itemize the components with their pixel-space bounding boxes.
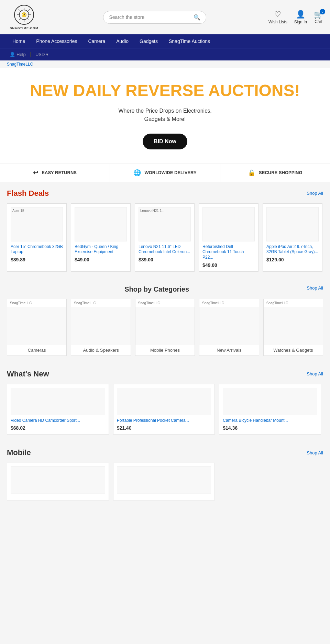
- product-price: $89.89: [11, 257, 63, 262]
- product-image: Acer 15: [11, 207, 63, 241]
- globe-icon: 🌐: [133, 169, 141, 177]
- mobile-product-image: [117, 466, 211, 494]
- cat-name: New Arrivals: [214, 345, 244, 355]
- category-card[interactable]: SnagTimeLLC New Arrivals: [199, 299, 259, 356]
- cat-image: [7, 307, 66, 345]
- svg-line-9: [28, 9, 30, 11]
- breadcrumb-link[interactable]: SnagTimeLLC: [7, 62, 33, 67]
- svg-line-10: [19, 18, 21, 20]
- nav-sub-usd[interactable]: USD ▾: [33, 50, 51, 59]
- product-card[interactable]: Acer 15 Acer 15" Chromebook 32GB Laptop …: [7, 203, 67, 272]
- sign-in-button[interactable]: 👤 Sign In: [294, 10, 307, 24]
- cart-button[interactable]: 🛒 0 Cart: [314, 10, 323, 24]
- product-image: [75, 207, 127, 241]
- mobile-shop-all[interactable]: Shop All: [307, 450, 323, 455]
- product-price: $49.00: [75, 257, 127, 262]
- product-card[interactable]: BedGym - Queen / King Excercise Equipmen…: [71, 203, 131, 272]
- nav-item-camera[interactable]: Camera: [82, 34, 111, 48]
- product-brand: Lenovo N21 1...: [140, 209, 165, 213]
- product-card[interactable]: Refurbished Dell Chromebook 11 Touch P22…: [199, 203, 258, 272]
- cat-image: [135, 307, 195, 345]
- nav-main: Home Phone Accessories Camera Audio Gadg…: [0, 34, 330, 48]
- new-product-card[interactable]: Video Camera HD Camcorder Sport... $68.0…: [7, 384, 109, 435]
- svg-line-8: [28, 18, 30, 20]
- categories-section: Shop by Categories Shop All SnagTimeLLC …: [0, 279, 330, 363]
- secure-shopping-label: SECURE SHOPPING: [259, 170, 302, 175]
- category-card[interactable]: SnagTimeLLC Audio & Speakers: [71, 299, 131, 356]
- header: SNAGTIME.COM 🔍 ♡ Wish Lists 👤 Sign In 🛒 …: [0, 0, 330, 34]
- search-input[interactable]: [109, 14, 194, 20]
- whats-new-shop-all[interactable]: Shop All: [307, 371, 323, 376]
- nav-item-gadgets[interactable]: Gadgets: [134, 34, 163, 48]
- cat-name: Audio & Speakers: [80, 345, 122, 355]
- search-icon: 🔍: [194, 14, 200, 21]
- logo-text: SNAGTIME.COM: [10, 26, 38, 30]
- categories-header: Shop by Categories Shop All: [7, 285, 323, 293]
- worldwide-delivery-label: WORLDWIDE DELIVERY: [144, 170, 196, 175]
- heart-icon: ♡: [274, 10, 281, 19]
- whats-new-header: What's New Shop All: [7, 370, 323, 379]
- product-name: Refurbished Dell Chromebook 11 Touch P22…: [202, 244, 255, 260]
- product-name: Apple iPad Air 2 9.7-Inch, 32GB Tablet (…: [266, 244, 319, 255]
- mobile-grid: [7, 463, 323, 500]
- categories-shop-all[interactable]: Shop All: [307, 285, 323, 293]
- product-brand: Acer 15: [12, 209, 24, 213]
- nav-item-auctions[interactable]: SnagTime Auctions: [163, 34, 216, 48]
- banner: NEW DAILY REVERSE AUCTIONS! Where the Pr…: [0, 68, 330, 163]
- nav-item-audio[interactable]: Audio: [111, 34, 134, 48]
- new-product-price: $21.40: [117, 425, 211, 431]
- mobile-product-card[interactable]: [7, 463, 109, 500]
- new-product-price: $14.36: [223, 425, 317, 431]
- mobile-header: Mobile Shop All: [7, 448, 323, 457]
- search-container: 🔍: [41, 11, 268, 24]
- category-card[interactable]: SnagTimeLLC Cameras: [7, 299, 67, 356]
- cat-image: [264, 307, 323, 345]
- mobile-product-card[interactable]: [113, 463, 215, 500]
- cat-brand: SnagTimeLLC: [199, 299, 227, 307]
- product-name: BedGym - Queen / King Excercise Equipmen…: [75, 244, 127, 255]
- flash-deals-grid: Acer 15 Acer 15" Chromebook 32GB Laptop …: [7, 203, 323, 272]
- product-card[interactable]: Lenovo N21 1... Lenovo N21 11.6" LED Chr…: [135, 203, 195, 272]
- new-product-card[interactable]: Portable Professional Pocket Camera... $…: [113, 384, 215, 435]
- wish-lists-label: Wish Lists: [268, 20, 287, 24]
- whats-new-section: What's New Shop All Video Camera HD Camc…: [0, 363, 330, 442]
- cart-count: 0: [320, 9, 325, 14]
- cat-brand: SnagTimeLLC: [135, 299, 163, 307]
- navigation: Home Phone Accessories Camera Audio Gadg…: [0, 34, 330, 60]
- flash-deals-section: Flash Deals Shop All Acer 15 Acer 15" Ch…: [0, 182, 330, 279]
- nav-item-home[interactable]: Home: [7, 34, 31, 48]
- product-price: $39.00: [139, 257, 191, 262]
- flash-deals-title: Flash Deals: [7, 189, 49, 198]
- search-bar[interactable]: 🔍: [103, 11, 206, 24]
- whats-new-grid: Video Camera HD Camcorder Sport... $68.0…: [7, 384, 323, 435]
- bid-now-button[interactable]: BID Now: [143, 134, 187, 149]
- logo-icon: [14, 4, 34, 25]
- cat-image: [199, 307, 258, 345]
- cart-label: Cart: [315, 19, 322, 24]
- product-image: [266, 207, 319, 241]
- return-icon: ↩: [33, 169, 38, 177]
- chevron-down-icon: ▾: [46, 52, 48, 57]
- mobile-product-image: [11, 466, 105, 494]
- banner-title: NEW DAILY REVERSE AUCTIONS!: [21, 82, 309, 100]
- feature-secure-shopping: 🔒 SECURE SHOPPING: [220, 163, 330, 182]
- cat-brand: SnagTimeLLC: [264, 299, 291, 307]
- product-card[interactable]: Apple iPad Air 2 9.7-Inch, 32GB Tablet (…: [263, 203, 322, 272]
- new-product-name: Video Camera HD Camcorder Sport...: [11, 418, 105, 423]
- nav-item-phone-accessories[interactable]: Phone Accessories: [31, 34, 82, 48]
- category-card[interactable]: SnagTimeLLC Mobile Phones: [135, 299, 195, 356]
- cat-name: Mobile Phones: [147, 345, 183, 355]
- product-price: $129.00: [266, 257, 319, 262]
- svg-line-7: [19, 9, 21, 11]
- new-product-card[interactable]: Camera Bicycle Handlebar Mount... $14.36: [219, 384, 321, 435]
- product-name: Lenovo N21 11.6" LED Chromebook Intel Ce…: [139, 244, 191, 255]
- wish-lists-button[interactable]: ♡ Wish Lists: [268, 10, 287, 24]
- features-bar: ↩ EASY RETURNS 🌐 WORLDWIDE DELIVERY 🔒 SE…: [0, 163, 330, 182]
- logo: SNAGTIME.COM: [7, 3, 41, 31]
- nav-sub-help[interactable]: 👤 Help: [7, 50, 29, 59]
- nav-sub: 👤 Help | USD ▾: [0, 48, 330, 60]
- mobile-section: Mobile Shop All: [0, 441, 330, 507]
- flash-deals-shop-all[interactable]: Shop All: [307, 191, 323, 196]
- lock-icon: 🔒: [248, 169, 255, 177]
- category-card[interactable]: SnagTimeLLC Watches & Gadgets: [263, 299, 323, 356]
